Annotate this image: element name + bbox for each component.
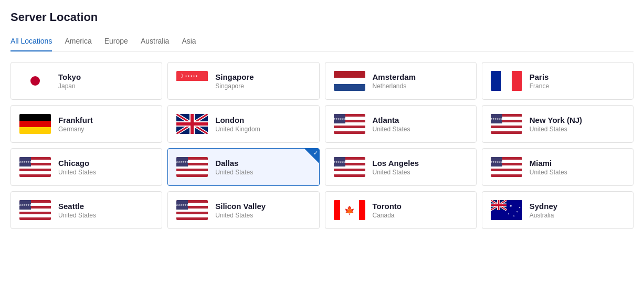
country-name-frankfurt: Germany bbox=[58, 126, 93, 133]
location-card-chicago[interactable]: ★★★★★★★★★★★★★★★★★★★★★★★★★★★★★★★★★★★★★★★★… bbox=[10, 148, 162, 186]
city-name-atlanta: Atlanta bbox=[373, 116, 410, 124]
location-card-seattle[interactable]: ★★★★★★★★★★★★★★★★★★★★★★★★★★★★★★★★★★★★★★★★… bbox=[10, 191, 162, 229]
svg-text:✦: ✦ bbox=[516, 210, 518, 213]
country-name-chicago: United States bbox=[58, 169, 96, 176]
country-name-london: United Kingdom bbox=[215, 126, 260, 133]
svg-text:✦: ✦ bbox=[513, 214, 515, 217]
svg-text:✦: ✦ bbox=[509, 204, 512, 209]
location-card-paris[interactable]: Paris France bbox=[482, 62, 634, 100]
card-info-silicon-valley: Silicon Valley United States bbox=[215, 202, 266, 219]
card-info-paris: Paris France bbox=[530, 72, 549, 90]
card-info-frankfurt: Frankfurt Germany bbox=[58, 116, 93, 133]
card-info-miami: Miami United States bbox=[530, 159, 567, 176]
card-info-chicago: Chicago United States bbox=[58, 159, 96, 176]
card-info-toronto: Toronto Canada bbox=[373, 202, 402, 219]
city-name-seattle: Seattle bbox=[58, 202, 96, 211]
location-card-atlanta[interactable]: ★★★★★★★★★★★★★★★★★★★★★★★★★★★★★★★★★★★★★★★★… bbox=[325, 105, 477, 143]
card-info-dallas: Dallas United States bbox=[215, 159, 253, 176]
card-info-seattle: Seattle United States bbox=[58, 202, 96, 219]
location-card-new-york[interactable]: ★★★★★★★★★★★★★★★★★★★★★★★★★★★★★★★★★★★★★★★★… bbox=[482, 105, 634, 143]
country-name-miami: United States bbox=[530, 169, 567, 176]
city-name-tokyo: Tokyo bbox=[58, 72, 81, 81]
city-name-miami: Miami bbox=[530, 159, 567, 168]
city-name-london: London bbox=[215, 116, 260, 124]
country-name-silicon-valley: United States bbox=[215, 212, 266, 219]
city-name-sydney: Sydney bbox=[530, 202, 557, 211]
city-name-los-angeles: Los Angeles bbox=[373, 159, 419, 168]
country-name-toronto: Canada bbox=[373, 212, 402, 219]
location-card-frankfurt[interactable]: Frankfurt Germany bbox=[10, 105, 162, 143]
tab-america[interactable]: America bbox=[65, 33, 91, 51]
tab-europe[interactable]: Europe bbox=[104, 33, 128, 51]
location-card-amsterdam[interactable]: Amsterdam Netherlands bbox=[325, 62, 477, 100]
city-name-paris: Paris bbox=[530, 72, 549, 81]
page-title: Server Location bbox=[10, 11, 634, 24]
country-name-tokyo: Japan bbox=[58, 82, 81, 90]
country-name-singapore: Singapore bbox=[215, 82, 254, 90]
card-info-amsterdam: Amsterdam Netherlands bbox=[373, 72, 416, 90]
city-name-toronto: Toronto bbox=[373, 202, 402, 211]
city-name-silicon-valley: Silicon Valley bbox=[215, 202, 266, 211]
tab-all[interactable]: All Locations bbox=[10, 33, 52, 51]
city-name-chicago: Chicago bbox=[58, 159, 96, 168]
location-card-dallas[interactable]: ★★★★★★★★★★★★★★★★★★★★★★★★★★★★★★★★★★★★★★★★… bbox=[167, 148, 319, 186]
location-card-sydney[interactable]: ✦ ✦ ✦ ✦ ✦ Sydney Australia bbox=[482, 191, 634, 229]
city-name-frankfurt: Frankfurt bbox=[58, 116, 93, 124]
location-card-silicon-valley[interactable]: ★★★★★★★★★★★★★★★★★★★★★★★★★★★★★★★★★★★★★★★★… bbox=[167, 191, 319, 229]
location-card-london[interactable]: London United Kingdom bbox=[167, 105, 319, 143]
city-name-singapore: Singapore bbox=[215, 72, 254, 81]
country-name-dallas: United States bbox=[215, 169, 253, 176]
location-card-tokyo[interactable]: Tokyo Japan bbox=[10, 62, 162, 100]
location-card-singapore[interactable]: ☽✦✦✦✦✦ Singapore Singapore bbox=[167, 62, 319, 100]
country-name-seattle: United States bbox=[58, 212, 96, 219]
tab-asia[interactable]: Asia bbox=[182, 33, 196, 51]
card-info-new-york: New York (NJ) United States bbox=[530, 116, 582, 133]
country-name-sydney: Australia bbox=[530, 212, 557, 219]
svg-text:✦: ✦ bbox=[519, 206, 521, 209]
country-name-paris: France bbox=[530, 82, 549, 90]
country-name-amsterdam: Netherlands bbox=[373, 82, 416, 90]
location-card-miami[interactable]: ★★★★★★★★★★★★★★★★★★★★★★★★★★★★★★★★★★★★★★★★… bbox=[482, 148, 634, 186]
country-name-new-york: United States bbox=[530, 126, 582, 133]
tab-australia[interactable]: Australia bbox=[141, 33, 169, 51]
card-info-sydney: Sydney Australia bbox=[530, 202, 557, 219]
city-name-new-york: New York (NJ) bbox=[530, 116, 582, 124]
location-card-los-angeles[interactable]: ★★★★★★★★★★★★★★★★★★★★★★★★★★★★★★★★★★★★★★★★… bbox=[325, 148, 477, 186]
location-card-toronto[interactable]: 🍁 Toronto Canada bbox=[325, 191, 477, 229]
card-info-london: London United Kingdom bbox=[215, 116, 260, 133]
country-name-los-angeles: United States bbox=[373, 169, 419, 176]
city-name-amsterdam: Amsterdam bbox=[373, 72, 416, 81]
card-info-singapore: Singapore Singapore bbox=[215, 72, 254, 90]
card-info-tokyo: Tokyo Japan bbox=[58, 72, 81, 90]
locations-grid: Tokyo Japan ☽✦✦✦✦✦ Singapore Singapore A… bbox=[10, 62, 634, 229]
card-info-los-angeles: Los Angeles United States bbox=[373, 159, 419, 176]
svg-text:✦: ✦ bbox=[508, 212, 510, 215]
card-info-atlanta: Atlanta United States bbox=[373, 116, 410, 133]
country-name-atlanta: United States bbox=[373, 126, 410, 133]
location-tabs: All LocationsAmericaEuropeAustraliaAsia bbox=[10, 33, 634, 51]
city-name-dallas: Dallas bbox=[215, 159, 253, 168]
